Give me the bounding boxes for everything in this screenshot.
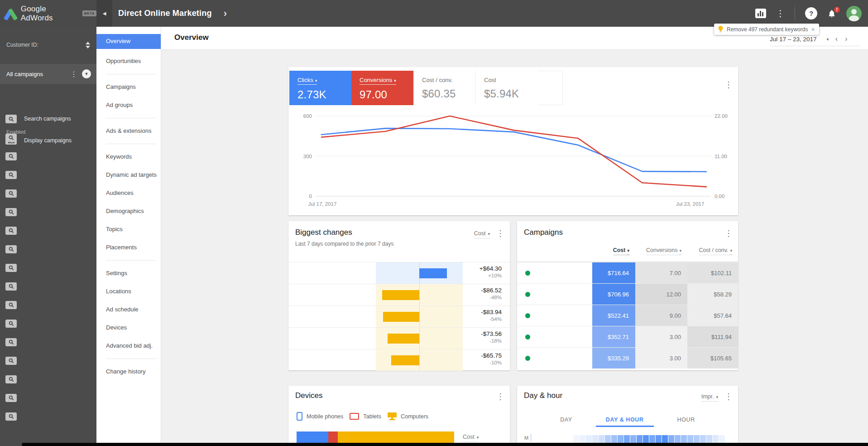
nav-item-ad-groups[interactable]: Ad groups: [96, 96, 161, 114]
expand-circle-button[interactable]: ▼: [82, 69, 91, 78]
enabled-campaign-row[interactable]: [5, 134, 17, 142]
heatmap-cell[interactable]: [592, 435, 598, 443]
biggest-change-row[interactable]: -$65.75-10%: [288, 349, 510, 371]
metric-dropdown[interactable]: Cost▾: [463, 434, 479, 442]
help-icon[interactable]: ?: [805, 7, 817, 19]
nav-item-opportunities[interactable]: Opportunities: [96, 52, 161, 70]
heatmap-cell[interactable]: [687, 435, 693, 443]
heatmap-cell[interactable]: [618, 435, 623, 443]
biggest-change-row[interactable]: +$64.30+10%: [288, 262, 510, 284]
suggestion-chip[interactable]: Remove 497 redundant keywords ×: [714, 24, 819, 35]
card-menu-icon[interactable]: ⋮: [724, 393, 733, 401]
enabled-campaign-row[interactable]: [5, 245, 17, 253]
heatmap-cell[interactable]: [668, 435, 674, 443]
card-menu-icon[interactable]: ⋮: [496, 393, 504, 401]
metric-dropdown[interactable]: Impr.▾: [701, 393, 718, 402]
nav-item-ad-schedule[interactable]: Ad schedule: [96, 301, 161, 319]
metric-dropdown[interactable]: Cost▾: [474, 230, 490, 238]
tab-day-hour[interactable]: DAY & HOUR: [606, 417, 644, 427]
previous-period-button[interactable]: ‹: [835, 35, 838, 43]
enabled-campaign-row[interactable]: [5, 412, 17, 421]
close-icon[interactable]: ×: [811, 26, 815, 33]
biggest-change-row[interactable]: -$73.56-18%: [288, 327, 510, 349]
add-metric-slot[interactable]: [537, 71, 563, 105]
enabled-campaign-row[interactable]: [5, 375, 17, 383]
card-menu-icon[interactable]: ⋮: [724, 229, 733, 238]
tab-day[interactable]: DAY: [560, 417, 572, 427]
scorecard-cost-conv-[interactable]: Cost / conv.$60.35: [413, 71, 475, 105]
nav-item-demographics[interactable]: Demographics: [96, 202, 161, 220]
biggest-change-row[interactable]: -$83.94-54%: [288, 305, 510, 327]
enabled-campaign-row[interactable]: [5, 338, 17, 346]
heatmap-cell[interactable]: [681, 435, 687, 443]
scorecard-cost[interactable]: Cost$5.94K: [475, 71, 537, 105]
enabled-campaign-row[interactable]: [5, 189, 17, 198]
heatmap-cell[interactable]: [662, 435, 668, 443]
enabled-campaign-row[interactable]: [5, 115, 17, 123]
user-avatar[interactable]: [846, 6, 862, 21]
enabled-campaign-row[interactable]: [5, 357, 17, 365]
heatmap-cell[interactable]: [694, 435, 700, 443]
notifications-bell-icon[interactable]: !: [827, 9, 836, 18]
heatmap-cell[interactable]: [611, 435, 617, 443]
heatmap-cell[interactable]: [605, 435, 611, 443]
heatmap-cell[interactable]: [649, 435, 655, 443]
reports-icon[interactable]: [755, 9, 766, 18]
column-header-cost[interactable]: Cost▾: [592, 247, 635, 262]
heatmap-cell[interactable]: [713, 435, 719, 443]
nav-item-locations[interactable]: Locations: [96, 282, 161, 301]
nav-item-topics[interactable]: Topics: [96, 220, 161, 238]
enabled-campaign-row[interactable]: [5, 282, 17, 291]
heatmap-cell[interactable]: [643, 435, 649, 443]
card-menu-icon[interactable]: ⋮: [496, 229, 504, 238]
tab-hour[interactable]: HOUR: [677, 417, 695, 427]
heatmap-cell[interactable]: [675, 435, 681, 443]
campaign-row[interactable]: $335.293.00$105.65: [517, 347, 738, 368]
adwords-logo[interactable]: Google AdWords BETA: [0, 0, 96, 27]
nav-item-advanced-bid-adj-[interactable]: Advanced bid adj.: [96, 337, 161, 355]
column-header-cost-conv-[interactable]: Cost / conv.▾: [687, 247, 738, 262]
nav-item-overview[interactable]: Overview: [96, 34, 161, 49]
heatmap-cell[interactable]: [586, 435, 592, 443]
enabled-campaign-row[interactable]: [5, 301, 17, 309]
nav-item-campaigns[interactable]: Campaigns: [96, 78, 161, 96]
nav-item-placements[interactable]: Placements: [96, 238, 161, 257]
heatmap-cell[interactable]: [637, 435, 643, 443]
nav-item-keywords[interactable]: Keywords: [96, 148, 161, 166]
account-title[interactable]: Direct Online Marketing ›: [118, 0, 227, 27]
campaign-row[interactable]: $522.419.00$57.64: [517, 305, 738, 326]
scorecard-conversions[interactable]: Conversions▾97.00: [351, 71, 413, 105]
enabled-campaign-row[interactable]: [5, 264, 17, 272]
heatmap-cell[interactable]: [599, 435, 604, 443]
nav-item-change-history[interactable]: Change history: [96, 363, 161, 381]
more-options-icon[interactable]: ⋮: [66, 70, 82, 78]
enabled-campaign-row[interactable]: [5, 320, 17, 328]
heatmap-cell[interactable]: [700, 435, 706, 443]
enabled-campaign-row[interactable]: [5, 152, 17, 160]
column-header-conversions[interactable]: Conversions▾: [635, 247, 687, 262]
enabled-campaign-row[interactable]: [5, 394, 17, 402]
nav-item-audiences[interactable]: Audiences: [96, 184, 161, 202]
nav-item-dynamic-ad-targets[interactable]: Dynamic ad targets: [96, 166, 161, 184]
campaign-row[interactable]: $716.647.00$102.11: [517, 262, 738, 283]
heatmap-cell[interactable]: [706, 435, 712, 443]
enabled-campaign-row[interactable]: [5, 171, 17, 179]
card-menu-icon[interactable]: ⋮: [724, 81, 733, 89]
collapse-nav-button[interactable]: ◀: [96, 0, 112, 27]
heatmap-cell[interactable]: [719, 435, 725, 443]
heatmap-cell[interactable]: [580, 435, 585, 443]
scorecard-clicks[interactable]: Clicks▾2.73K: [289, 71, 351, 105]
heatmap-cell[interactable]: [630, 435, 636, 443]
all-campaigns-selector[interactable]: All campaigns ⋮ ▼: [0, 64, 96, 84]
heatmap-cell[interactable]: [573, 435, 579, 443]
more-options-icon[interactable]: ⋮: [776, 9, 785, 18]
campaign-row[interactable]: $706.9612.00$58.29: [517, 283, 738, 305]
enabled-campaign-row[interactable]: [5, 227, 17, 235]
customer-id-selector[interactable]: Customer ID:: [0, 36, 96, 54]
nav-item-ads-extensions[interactable]: Ads & extensions: [96, 122, 161, 140]
heatmap-cell[interactable]: [656, 435, 662, 443]
biggest-change-row[interactable]: -$86.52-48%: [288, 284, 510, 305]
nav-item-settings[interactable]: Settings: [96, 264, 161, 282]
enabled-campaign-row[interactable]: [5, 208, 17, 216]
nav-item-devices[interactable]: Devices: [96, 319, 161, 337]
